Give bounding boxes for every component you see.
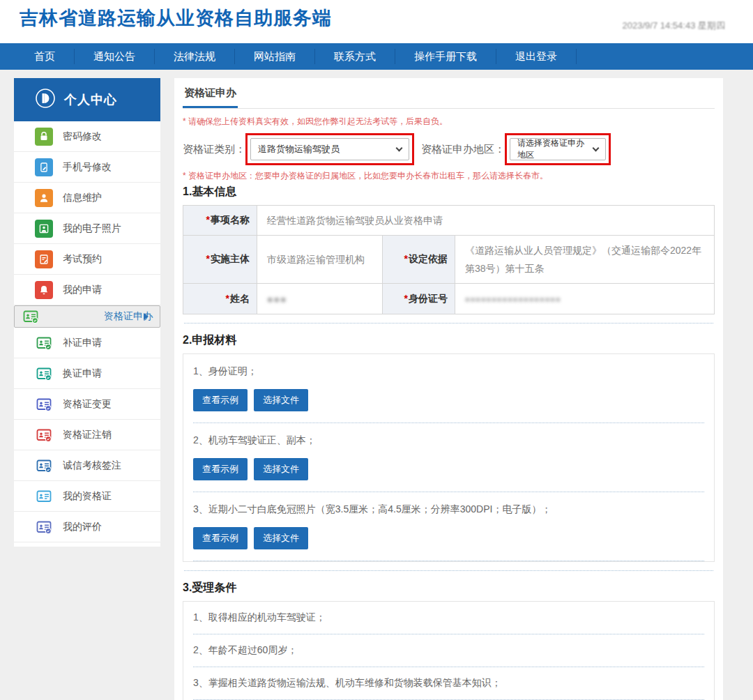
region-annotation-box: 请选择资格证申办地区 — [505, 133, 611, 165]
id-card-icon — [35, 395, 53, 413]
sidebar-item-信息维护[interactable]: 信息维护 — [14, 183, 160, 213]
sidebar-item-label: 资格证变更 — [63, 398, 112, 411]
sidebar-item-考试预约[interactable]: 考试预约 — [14, 244, 160, 275]
material-item-text: 3、近期小二寸白底免冠照片（宽3.5厘米；高4.5厘米；分辨率300DPI；电子… — [193, 503, 704, 516]
upload-warning-text: * 请确保您上传资料真实有效，如因您作弊引起无法考试等，后果自负。 — [183, 116, 715, 128]
nav-item[interactable]: 网站指南 — [235, 49, 315, 64]
sidebar-item-诚信考核签注[interactable]: 诚信考核签注 — [14, 450, 160, 481]
divider — [184, 323, 713, 324]
table-row: *事项名称 经营性道路货物运输驾驶员从业资格申请 — [183, 206, 715, 236]
id-card-icon — [35, 426, 53, 444]
view-example-button[interactable]: 查看示例 — [193, 458, 248, 480]
condition-item-text: 2、年龄不超过60周岁； — [193, 644, 704, 657]
bell-icon — [35, 281, 53, 299]
divider — [184, 570, 713, 571]
chevron-right-icon — [144, 313, 149, 320]
choose-file-button[interactable]: 选择文件 — [254, 458, 308, 480]
sidebar-item-密码修改[interactable]: 密码修改 — [14, 121, 160, 152]
view-example-button[interactable]: 查看示例 — [193, 389, 248, 411]
condition-item-text: 3、掌握相关道路货物运输法规、机动车维修和货物装载保管基本知识； — [193, 677, 704, 690]
chevron-down-icon — [396, 145, 403, 152]
region-label: 资格证申办地区： — [421, 143, 505, 156]
name-value: ●●● — [257, 284, 383, 314]
legal-basis-label: *设定依据 — [383, 236, 455, 284]
basic-info-table: *事项名称 经营性道路货物运输驾驶员从业资格申请 *实施主体 市级道路运输管理机… — [183, 205, 715, 314]
sidebar-item-label: 诚信考核签注 — [63, 459, 121, 472]
implementer-label: *实施主体 — [183, 236, 257, 284]
sidebar-item-label: 换证申请 — [63, 367, 102, 380]
condition-item: 2、年龄不超过60周岁； — [193, 634, 704, 667]
id-card-icon — [35, 518, 53, 536]
material-item-text: 2、机动车驾驶证正、副本； — [193, 434, 704, 447]
sidebar-item-换证申请[interactable]: 换证申请 — [14, 358, 160, 389]
sidebar-item-资格证变更[interactable]: 资格证变更 — [14, 389, 160, 420]
sidebar-item-手机号修改[interactable]: 手机号修改 — [14, 152, 160, 183]
phone-edit-icon — [35, 158, 53, 176]
main-content: 资格证申办 * 请确保您上传资料真实有效，如因您作弊引起无法考试等，后果自负。 … — [174, 78, 723, 700]
nav-item[interactable]: 法律法规 — [155, 49, 235, 64]
region-warning-text: * 资格证申办地区：您要申办资格证的归属地区，比如您要申办长春市出租车，那么请选… — [183, 170, 715, 182]
sidebar-item-label: 我的评价 — [63, 521, 102, 533]
sidebar-item-补证申请[interactable]: 补证申请 — [14, 328, 160, 358]
exam-doc-icon — [35, 250, 53, 268]
id-card-icon — [35, 457, 53, 475]
region-select[interactable]: 请选择资格证申办地区 — [510, 138, 606, 160]
sidebar-item-label: 资格证注销 — [63, 429, 112, 441]
sidebar-item-label: 密码修改 — [63, 130, 102, 143]
material-item: 2、机动车驾驶证正、副本；查看示例选择文件 — [193, 423, 704, 492]
conditions-title: 3.受理条件 — [183, 581, 715, 595]
table-row: *姓名 ●●● *身份证号 ●●●●●●●●●●●●●●●●●● — [183, 284, 715, 314]
materials-panel: 1、身份证明；查看示例选择文件2、机动车驾驶证正、副本；查看示例选择文件3、近期… — [183, 353, 715, 562]
site-title: 吉林省道路运输从业资格自助服务端 — [20, 6, 332, 31]
photo-id-icon — [35, 220, 53, 238]
current-datetime: 2023/9/7 14:54:43 星期四 — [623, 20, 725, 32]
nav-item[interactable]: 操作手册下载 — [395, 49, 496, 64]
material-item: 1、身份证明；查看示例选择文件 — [193, 354, 704, 423]
sidebar-item-资格证注销[interactable]: 资格证注销 — [14, 420, 160, 450]
item-name-value: 经营性道路货物运输驾驶员从业资格申请 — [257, 206, 715, 236]
material-item-text: 1、身份证明； — [193, 365, 704, 378]
name-label: *姓名 — [183, 284, 257, 314]
user-icon — [35, 189, 53, 207]
nav-item[interactable]: 通知公告 — [75, 49, 155, 64]
id-card-icon — [22, 307, 40, 326]
condition-item: 1、取得相应的机动车驾驶证； — [193, 602, 704, 634]
sidebar-item-我的资格证[interactable]: 我的资格证 — [14, 481, 160, 512]
choose-file-button[interactable]: 选择文件 — [254, 527, 308, 549]
sidebar-item-label: 我的资格证 — [63, 490, 112, 503]
item-name-label: *事项名称 — [183, 206, 257, 236]
id-card-icon — [35, 365, 53, 383]
condition-item: 3、掌握相关道路货物运输法规、机动车维修和货物装载保管基本知识； — [193, 667, 704, 700]
sidebar-item-label: 我的电子照片 — [63, 222, 121, 235]
nav-item[interactable]: 联系方式 — [315, 49, 395, 64]
category-annotation-box: 道路货物运输驾驶员 — [245, 133, 414, 165]
choose-file-button[interactable]: 选择文件 — [254, 389, 308, 411]
tab-qualification-apply[interactable]: 资格证申办 — [183, 78, 238, 108]
category-selected-value: 道路货物运输驾驶员 — [258, 143, 340, 155]
personal-center-icon — [35, 88, 56, 112]
id-number-value: ●●●●●●●●●●●●●●●●●● — [455, 284, 715, 314]
sidebar-item-我的申请[interactable]: 我的申请 — [14, 275, 160, 305]
nav-item[interactable]: 首页 — [15, 49, 75, 64]
tab-bar: 资格证申办 — [183, 78, 715, 109]
sidebar-item-资格证申办[interactable]: 资格证申办 — [14, 305, 160, 328]
id-card-icon — [35, 334, 53, 352]
chevron-down-icon — [593, 145, 600, 152]
sidebar: 个人中心 密码修改手机号修改信息维护我的电子照片考试预约我的申请资格证申办补证申… — [14, 78, 160, 547]
nav-item[interactable]: 退出登录 — [496, 49, 577, 64]
legal-basis-value: 《道路运输从业人员管理规定》（交通运输部令2022年第38号）第十五条 — [455, 236, 715, 284]
category-select[interactable]: 道路货物运输驾驶员 — [250, 138, 409, 160]
sidebar-item-我的电子照片[interactable]: 我的电子照片 — [14, 213, 160, 244]
id-card-icon — [35, 487, 53, 505]
sidebar-header: 个人中心 — [14, 78, 160, 121]
lock-icon — [35, 128, 53, 146]
view-example-button[interactable]: 查看示例 — [193, 527, 248, 549]
implementer-value: 市级道路运输管理机构 — [257, 236, 383, 284]
main-nav: 首页通知公告法律法规网站指南联系方式操作手册下载退出登录 — [0, 43, 753, 70]
sidebar-item-label: 考试预约 — [63, 253, 102, 266]
id-number-label: *身份证号 — [383, 284, 455, 314]
sidebar-item-我的评价[interactable]: 我的评价 — [14, 512, 160, 542]
table-row: *实施主体 市级道路运输管理机构 *设定依据 《道路运输从业人员管理规定》（交通… — [183, 236, 715, 284]
condition-item-text: 1、取得相应的机动车驾驶证； — [193, 611, 704, 624]
region-selected-value: 请选择资格证申办地区 — [517, 137, 586, 161]
